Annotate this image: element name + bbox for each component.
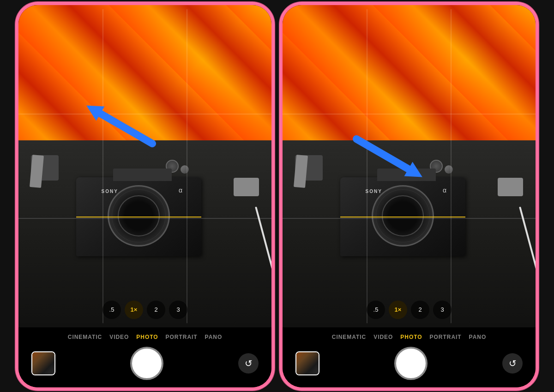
zoom-btn-1x-left[interactable]: 1× bbox=[125, 301, 143, 319]
flip-icon-right: ↺ bbox=[509, 358, 517, 369]
zoom-btn-3-right[interactable]: 3 bbox=[433, 301, 452, 319]
white-cable-left bbox=[255, 207, 271, 279]
camera-viewfinder-left[interactable]: SONY α bbox=[18, 5, 271, 327]
zoom-controls-right: .5 1× 2 3 bbox=[367, 301, 452, 319]
mode-pano-right[interactable]: PANO bbox=[469, 334, 487, 340]
zoom-btn-2-right[interactable]: 2 bbox=[411, 301, 429, 319]
zoom-label-3-right: 3 bbox=[440, 306, 444, 313]
shutter-button-left[interactable] bbox=[130, 347, 163, 380]
zoom-label-1x-left: 1× bbox=[131, 306, 138, 313]
monitor-stripes-right bbox=[283, 5, 536, 150]
zoom-label-2-right: 2 bbox=[418, 306, 422, 313]
monitor-bg-left bbox=[18, 5, 271, 150]
camera-bottom-right: CINEMATIC VIDEO PHOTO PORTRAIT PANO ↺ bbox=[283, 327, 536, 387]
white-cable-right bbox=[519, 207, 536, 279]
mode-portrait-left[interactable]: PORTRAIT bbox=[166, 334, 198, 340]
monitor-stripes-left bbox=[18, 5, 271, 150]
flip-camera-button-right[interactable]: ↺ bbox=[502, 353, 523, 374]
shutter-button-right[interactable] bbox=[394, 347, 428, 380]
phone-right: SONY α bbox=[280, 2, 538, 390]
camera-bottom-left: CINEMATIC VIDEO PHOTO PORTRAIT PANO ↺ bbox=[18, 327, 271, 387]
zoom-btn-1x-right[interactable]: 1× bbox=[389, 301, 407, 319]
mode-selector-left: CINEMATIC VIDEO PHOTO PORTRAIT PANO bbox=[18, 331, 271, 343]
sony-logo-left: SONY bbox=[102, 189, 118, 194]
gallery-thumbnail-right[interactable] bbox=[295, 351, 319, 375]
zoom-label-3-left: 3 bbox=[176, 306, 180, 313]
thumbnail-image-right bbox=[296, 352, 319, 374]
zoom-label-05-right: .5 bbox=[373, 306, 379, 313]
cable-1 bbox=[30, 155, 44, 188]
controls-row-right: ↺ bbox=[283, 343, 536, 387]
zoom-label-05-left: .5 bbox=[109, 306, 114, 313]
controls-row-left: ↺ bbox=[18, 343, 271, 387]
zoom-label-2-left: 2 bbox=[154, 306, 157, 313]
phone-left-inner: SONY α bbox=[18, 5, 271, 387]
camera-main-body-right: SONY α bbox=[340, 177, 465, 256]
charger-right-left bbox=[234, 178, 259, 196]
mode-photo-left[interactable]: PHOTO bbox=[136, 334, 158, 340]
zoom-btn-05-left[interactable]: .5 bbox=[102, 301, 121, 319]
focus-line-left bbox=[76, 217, 201, 217]
mode-selector-right: CINEMATIC VIDEO PHOTO PORTRAIT PANO bbox=[283, 331, 536, 343]
flip-icon-left: ↺ bbox=[245, 358, 253, 369]
mode-portrait-right[interactable]: PORTRAIT bbox=[430, 334, 462, 340]
sony-logo-right: SONY bbox=[366, 189, 382, 194]
phone-right-inner: SONY α bbox=[283, 5, 536, 387]
hotshoe-left bbox=[113, 169, 172, 181]
lens-left bbox=[108, 185, 170, 247]
cable-r1 bbox=[294, 155, 308, 188]
table-surface-left: SONY α bbox=[18, 140, 271, 327]
flip-camera-button-left[interactable]: ↺ bbox=[238, 353, 259, 374]
zoom-btn-05-right[interactable]: .5 bbox=[367, 301, 385, 319]
mode-video-right[interactable]: VIDEO bbox=[373, 334, 393, 340]
hotshoe-right bbox=[377, 169, 436, 181]
alpha-symbol-right: α bbox=[443, 187, 446, 194]
phone-left: SONY α bbox=[16, 2, 274, 390]
camera-main-body: SONY α bbox=[76, 177, 201, 256]
zoom-label-1x-right: 1× bbox=[395, 306, 402, 313]
gallery-thumbnail-left[interactable] bbox=[31, 351, 55, 375]
alpha-symbol-left: α bbox=[179, 187, 182, 194]
lens-ring-left bbox=[112, 189, 165, 242]
camera-shutter-left bbox=[181, 165, 189, 174]
zoom-controls-left: .5 1× 2 3 bbox=[102, 301, 187, 319]
table-surface-right: SONY α bbox=[283, 140, 536, 327]
mode-cinematic-left[interactable]: CINEMATIC bbox=[68, 334, 102, 340]
main-container: SONY α bbox=[0, 0, 554, 392]
zoom-btn-3-left[interactable]: 3 bbox=[169, 301, 187, 319]
mode-pano-left[interactable]: PANO bbox=[205, 334, 223, 340]
charger-right-right bbox=[498, 178, 523, 196]
lens-right bbox=[372, 185, 434, 247]
camera-body-right: SONY α bbox=[333, 159, 480, 280]
camera-shutter-right bbox=[445, 165, 453, 174]
camera-viewfinder-right[interactable]: SONY α bbox=[283, 5, 536, 327]
focus-line-right bbox=[340, 217, 465, 217]
thumbnail-image-left bbox=[32, 352, 54, 374]
lens-ring-right bbox=[376, 189, 429, 242]
monitor-bg-right bbox=[283, 5, 536, 150]
camera-body-left: SONY α bbox=[69, 159, 216, 280]
mode-video-left[interactable]: VIDEO bbox=[109, 334, 129, 340]
zoom-btn-2-left[interactable]: 2 bbox=[147, 301, 165, 319]
mode-cinematic-right[interactable]: CINEMATIC bbox=[332, 334, 366, 340]
mode-photo-right[interactable]: PHOTO bbox=[400, 334, 422, 340]
